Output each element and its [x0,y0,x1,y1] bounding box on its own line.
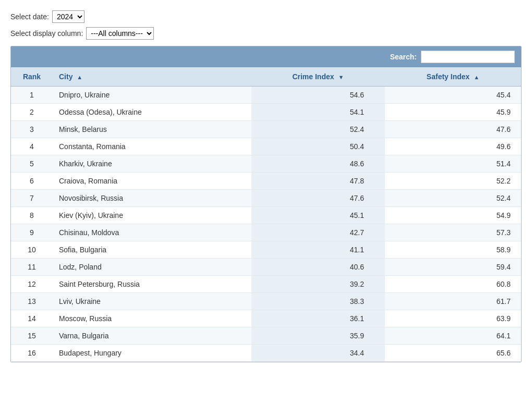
rank-cell: 2 [11,104,53,121]
safety-index-cell: 64.1 [385,327,521,345]
crime-index-cell: 50.4 [251,138,385,155]
table-row: 2Odessa (Odesa), Ukraine54.145.9 [11,104,521,121]
column-label: Select display column: [10,29,83,38]
table-row: 1Dnipro, Ukraine54.645.4 [11,87,521,104]
city-cell: Varna, Bulgaria [53,327,251,345]
safety-index-cell: 52.2 [385,173,521,190]
rank-cell: 15 [11,327,53,345]
city-cell: Novosibirsk, Russia [53,190,251,207]
crime-index-cell: 34.4 [251,345,385,362]
table-row: 5Kharkiv, Ukraine48.651.4 [11,155,521,173]
safety-index-header[interactable]: Safety Index ▲ [385,67,521,87]
table-row: 14Moscow, Russia36.163.9 [11,310,521,327]
crime-index-cell: 38.3 [251,293,385,310]
controls-section: Select date: 2024202320222021 Select dis… [10,10,522,40]
crime-index-cell: 47.6 [251,190,385,207]
table-body: 1Dnipro, Ukraine54.645.42Odessa (Odesa),… [11,87,521,362]
safety-index-cell: 47.6 [385,121,521,138]
safety-index-cell: 58.9 [385,241,521,259]
rank-cell: 12 [11,276,53,293]
safety-index-cell: 61.7 [385,293,521,310]
table-row: 4Constanta, Romania50.449.6 [11,138,521,155]
date-control-row: Select date: 2024202320222021 [10,10,522,23]
search-label: Search: [390,53,417,61]
city-cell: Lodz, Poland [53,259,251,276]
city-sort-icon: ▲ [77,74,82,80]
crime-index-cell: 36.1 [251,310,385,327]
city-cell: Constanta, Romania [53,138,251,155]
table-row: 10Sofia, Bulgaria41.158.9 [11,241,521,259]
rank-cell: 1 [11,87,53,104]
city-cell: Craiova, Romania [53,173,251,190]
crime-index-cell: 47.8 [251,173,385,190]
city-cell: Minsk, Belarus [53,121,251,138]
column-select[interactable]: ---All columns---Crime IndexSafety Index [86,27,154,40]
crime-index-cell: 52.4 [251,121,385,138]
date-select[interactable]: 2024202320222021 [52,10,84,23]
safety-index-cell: 52.4 [385,190,521,207]
rank-header[interactable]: Rank [11,67,53,87]
city-cell: Kiev (Kyiv), Ukraine [53,207,251,224]
safety-sort-icon: ▲ [474,74,479,80]
crime-index-cell: 40.6 [251,259,385,276]
city-cell: Kharkiv, Ukraine [53,155,251,173]
city-header[interactable]: City ▲ [53,67,251,87]
crime-sort-icon: ▼ [338,74,344,80]
rank-cell: 11 [11,259,53,276]
table-row: 9Chisinau, Moldova42.757.3 [11,224,521,241]
rank-cell: 8 [11,207,53,224]
table-row: 13Lviv, Ukraine38.361.7 [11,293,521,310]
table-row: 7Novosibirsk, Russia47.652.4 [11,190,521,207]
rank-cell: 9 [11,224,53,241]
table-row: 3Minsk, Belarus52.447.6 [11,121,521,138]
column-control-row: Select display column: ---All columns---… [10,27,522,40]
safety-index-cell: 65.6 [385,345,521,362]
crime-index-cell: 42.7 [251,224,385,241]
safety-index-cell: 51.4 [385,155,521,173]
city-cell: Dnipro, Ukraine [53,87,251,104]
rank-cell: 10 [11,241,53,259]
search-bar: Search: [11,46,521,67]
crime-index-cell: 45.1 [251,207,385,224]
search-input[interactable] [421,51,515,63]
table-row: 11Lodz, Poland40.659.4 [11,259,521,276]
rank-cell: 16 [11,345,53,362]
date-label: Select date: [10,13,49,21]
table-row: 6Craiova, Romania47.852.2 [11,173,521,190]
city-cell: Saint Petersburg, Russia [53,276,251,293]
table-row: 15Varna, Bulgaria35.964.1 [11,327,521,345]
safety-index-cell: 57.3 [385,224,521,241]
crime-index-cell: 41.1 [251,241,385,259]
crime-index-cell: 54.6 [251,87,385,104]
rank-cell: 3 [11,121,53,138]
city-cell: Budapest, Hungary [53,345,251,362]
rank-cell: 4 [11,138,53,155]
table-row: 16Budapest, Hungary34.465.6 [11,345,521,362]
safety-index-cell: 49.6 [385,138,521,155]
crime-index-cell: 48.6 [251,155,385,173]
table-row: 12Saint Petersburg, Russia39.260.8 [11,276,521,293]
crime-index-cell: 54.1 [251,104,385,121]
rankings-table: Rank City ▲ Crime Index ▼ Safety Index ▲… [11,67,521,362]
safety-index-cell: 54.9 [385,207,521,224]
safety-index-cell: 60.8 [385,276,521,293]
rank-cell: 7 [11,190,53,207]
table-row: 8Kiev (Kyiv), Ukraine45.154.9 [11,207,521,224]
rank-cell: 5 [11,155,53,173]
city-cell: Lviv, Ukraine [53,293,251,310]
crime-index-header[interactable]: Crime Index ▼ [251,67,385,87]
rank-cell: 6 [11,173,53,190]
crime-index-cell: 35.9 [251,327,385,345]
rank-cell: 13 [11,293,53,310]
safety-index-cell: 45.4 [385,87,521,104]
rank-cell: 14 [11,310,53,327]
safety-index-cell: 59.4 [385,259,521,276]
table-header-row: Rank City ▲ Crime Index ▼ Safety Index ▲ [11,67,521,87]
data-table-wrapper: Search: Rank City ▲ Crime Index ▼ Safety… [10,46,522,362]
city-cell: Chisinau, Moldova [53,224,251,241]
city-cell: Sofia, Bulgaria [53,241,251,259]
city-cell: Odessa (Odesa), Ukraine [53,104,251,121]
city-cell: Moscow, Russia [53,310,251,327]
safety-index-cell: 45.9 [385,104,521,121]
crime-index-cell: 39.2 [251,276,385,293]
